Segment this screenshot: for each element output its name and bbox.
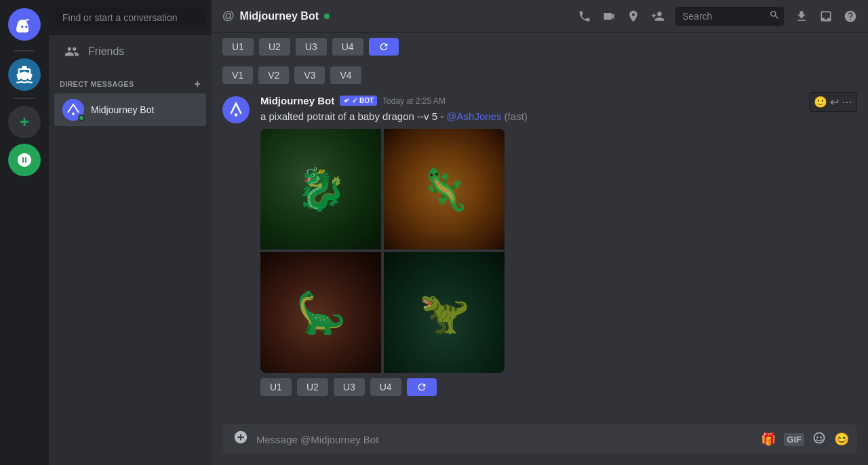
- pin-icon[interactable]: [627, 9, 640, 23]
- midjourney-bot-avatar: [62, 99, 84, 121]
- prev-v1-button[interactable]: V1: [222, 66, 253, 84]
- message-actions: 🙂 ↩ ⋯: [809, 92, 857, 112]
- video-icon[interactable]: [602, 9, 616, 23]
- sticker-icon[interactable]: [812, 431, 826, 448]
- svg-point-1: [72, 113, 75, 115]
- discord-home-button[interactable]: [8, 8, 41, 41]
- help-icon[interactable]: [844, 9, 857, 23]
- find-conversation-input[interactable]: [56, 8, 205, 27]
- emoji-icon[interactable]: 😊: [834, 432, 849, 447]
- svg-point-2: [235, 113, 238, 117]
- dragon-image-4[interactable]: [384, 252, 505, 373]
- dm-user-name-midjourney: Midjourney Bot: [91, 104, 154, 115]
- prev-action-buttons-row1: U1 U2 U3 U4: [222, 33, 857, 61]
- prev-u2-button[interactable]: U2: [259, 38, 290, 56]
- prev-u4-button[interactable]: U4: [332, 38, 363, 56]
- gif-icon[interactable]: GIF: [784, 433, 804, 446]
- message-group-midjourney: Midjourney Bot ✓ BOT Today at 2:25 AM a …: [222, 89, 857, 407]
- image-grid: [260, 129, 505, 373]
- dm-search-area: [49, 0, 212, 35]
- dragon-image-3[interactable]: [260, 252, 381, 373]
- inbox-icon[interactable]: [819, 9, 833, 23]
- input-area: 🎁 GIF 😊: [212, 424, 868, 465]
- channel-name-area: @ Midjourney Bot: [222, 9, 330, 23]
- prev-v2-button[interactable]: V2: [258, 66, 289, 84]
- explore-servers-button[interactable]: [8, 144, 41, 176]
- main-content: @ Midjourney Bot: [212, 0, 868, 465]
- dm-user-midjourney-bot[interactable]: Midjourney Bot: [54, 94, 206, 126]
- reply-icon[interactable]: ↩: [830, 96, 839, 108]
- at-icon: @: [222, 9, 235, 23]
- phone-icon[interactable]: [578, 9, 591, 23]
- add-dm-button[interactable]: +: [194, 79, 201, 89]
- svg-point-4: [820, 436, 822, 438]
- prev-u1-button[interactable]: U1: [222, 38, 254, 56]
- friends-nav-item[interactable]: Friends: [54, 37, 206, 66]
- friends-label: Friends: [88, 45, 124, 58]
- search-icon[interactable]: [769, 9, 780, 23]
- midjourney-bot-message-avatar: [222, 96, 250, 123]
- server-icon-boat[interactable]: [8, 58, 41, 91]
- search-box: [675, 7, 784, 26]
- message-input[interactable]: [256, 426, 755, 453]
- bottom-action-buttons: U1 U2 U3 U4: [260, 373, 857, 401]
- message-content: Midjourney Bot ✓ BOT Today at 2:25 AM a …: [260, 95, 857, 401]
- online-status-dot: [78, 115, 85, 121]
- message-author: Midjourney Bot: [260, 95, 334, 106]
- prev-u3-button[interactable]: U3: [296, 38, 327, 56]
- search-input[interactable]: [682, 11, 764, 22]
- dragon-image-2[interactable]: [384, 129, 505, 249]
- dragon-image-1[interactable]: [260, 129, 381, 249]
- message-header: Midjourney Bot ✓ BOT Today at 2:25 AM: [260, 95, 857, 106]
- download-icon[interactable]: [795, 9, 808, 23]
- prev-refresh-button[interactable]: [369, 38, 399, 56]
- sidebar-divider: [14, 50, 35, 52]
- server-sidebar: +: [0, 0, 49, 465]
- add-server-button[interactable]: +: [8, 106, 41, 138]
- friends-icon: [62, 42, 81, 61]
- more-actions-icon[interactable]: ⋯: [842, 96, 852, 108]
- svg-point-3: [816, 436, 818, 438]
- refresh-button[interactable]: [407, 378, 437, 396]
- message-text: a pixalted potrait of a baby dragon --v …: [260, 109, 857, 123]
- add-reaction-icon[interactable]: 🙂: [814, 96, 827, 108]
- message-input-wrapper: 🎁 GIF 😊: [222, 424, 857, 454]
- messages-area: U1 U2 U3 U4 V1 V2 V3 V4: [212, 33, 868, 424]
- prev-action-buttons-row2: V1 V2 V3 V4: [222, 61, 857, 89]
- mention[interactable]: @AshJones: [446, 110, 501, 122]
- u3-button[interactable]: U3: [334, 378, 365, 396]
- add-member-icon[interactable]: [651, 9, 665, 23]
- prev-v3-button[interactable]: V3: [294, 66, 325, 84]
- input-actions: 🎁 GIF 😊: [761, 431, 849, 448]
- channel-online-indicator: [324, 14, 330, 19]
- prev-v4-button[interactable]: V4: [330, 66, 361, 84]
- gift-icon[interactable]: 🎁: [761, 432, 776, 447]
- bot-badge: ✓ BOT: [340, 96, 377, 106]
- topbar: @ Midjourney Bot: [212, 0, 868, 33]
- topbar-actions: [578, 7, 857, 26]
- dm-panel: Friends DIRECT MESSAGES + Midjourney Bot: [49, 0, 212, 465]
- sidebar-divider-2: [14, 98, 35, 99]
- message-time: Today at 2:25 AM: [382, 96, 446, 106]
- channel-name: Midjourney Bot: [240, 10, 319, 22]
- input-add-button[interactable]: [231, 424, 251, 454]
- u2-button[interactable]: U2: [297, 378, 328, 396]
- u4-button[interactable]: U4: [370, 378, 401, 396]
- u1-button[interactable]: U1: [260, 378, 292, 396]
- dm-section-header: DIRECT MESSAGES +: [49, 68, 212, 92]
